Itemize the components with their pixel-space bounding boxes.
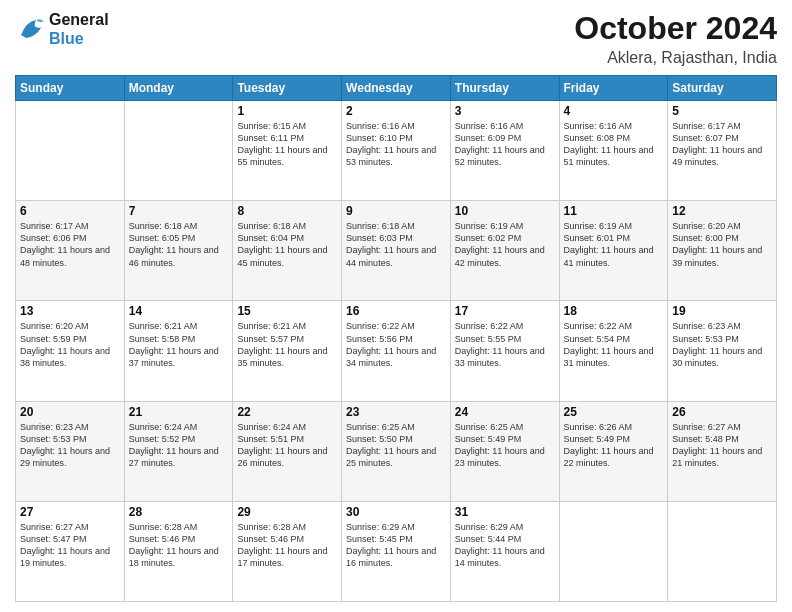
- cell-info: Sunrise: 6:25 AMSunset: 5:50 PMDaylight:…: [346, 421, 446, 470]
- cell-info: Sunrise: 6:23 AMSunset: 5:53 PMDaylight:…: [672, 320, 772, 369]
- calendar-cell: 21Sunrise: 6:24 AMSunset: 5:52 PMDayligh…: [124, 401, 233, 501]
- calendar-cell: 9Sunrise: 6:18 AMSunset: 6:03 PMDaylight…: [342, 201, 451, 301]
- cell-info: Sunrise: 6:26 AMSunset: 5:49 PMDaylight:…: [564, 421, 664, 470]
- calendar-cell: 6Sunrise: 6:17 AMSunset: 6:06 PMDaylight…: [16, 201, 125, 301]
- calendar-cell: 27Sunrise: 6:27 AMSunset: 5:47 PMDayligh…: [16, 501, 125, 601]
- calendar-cell: 7Sunrise: 6:18 AMSunset: 6:05 PMDaylight…: [124, 201, 233, 301]
- calendar-week-4: 20Sunrise: 6:23 AMSunset: 5:53 PMDayligh…: [16, 401, 777, 501]
- day-number: 30: [346, 505, 446, 519]
- header-row: SundayMondayTuesdayWednesdayThursdayFrid…: [16, 76, 777, 101]
- day-number: 11: [564, 204, 664, 218]
- calendar-cell: 12Sunrise: 6:20 AMSunset: 6:00 PMDayligh…: [668, 201, 777, 301]
- cell-info: Sunrise: 6:21 AMSunset: 5:57 PMDaylight:…: [237, 320, 337, 369]
- cell-info: Sunrise: 6:22 AMSunset: 5:55 PMDaylight:…: [455, 320, 555, 369]
- cell-info: Sunrise: 6:25 AMSunset: 5:49 PMDaylight:…: [455, 421, 555, 470]
- cell-info: Sunrise: 6:28 AMSunset: 5:46 PMDaylight:…: [237, 521, 337, 570]
- cell-info: Sunrise: 6:20 AMSunset: 5:59 PMDaylight:…: [20, 320, 120, 369]
- day-number: 25: [564, 405, 664, 419]
- calendar-cell: 30Sunrise: 6:29 AMSunset: 5:45 PMDayligh…: [342, 501, 451, 601]
- calendar-cell: 16Sunrise: 6:22 AMSunset: 5:56 PMDayligh…: [342, 301, 451, 401]
- calendar-cell: 3Sunrise: 6:16 AMSunset: 6:09 PMDaylight…: [450, 101, 559, 201]
- calendar-cell: 28Sunrise: 6:28 AMSunset: 5:46 PMDayligh…: [124, 501, 233, 601]
- calendar-cell: 14Sunrise: 6:21 AMSunset: 5:58 PMDayligh…: [124, 301, 233, 401]
- cell-info: Sunrise: 6:21 AMSunset: 5:58 PMDaylight:…: [129, 320, 229, 369]
- cell-info: Sunrise: 6:16 AMSunset: 6:08 PMDaylight:…: [564, 120, 664, 169]
- calendar-header: SundayMondayTuesdayWednesdayThursdayFrid…: [16, 76, 777, 101]
- calendar-cell: 23Sunrise: 6:25 AMSunset: 5:50 PMDayligh…: [342, 401, 451, 501]
- calendar-table: SundayMondayTuesdayWednesdayThursdayFrid…: [15, 75, 777, 602]
- day-number: 8: [237, 204, 337, 218]
- header: General Blue October 2024 Aklera, Rajast…: [15, 10, 777, 67]
- day-number: 18: [564, 304, 664, 318]
- header-day-wednesday: Wednesday: [342, 76, 451, 101]
- day-number: 29: [237, 505, 337, 519]
- cell-info: Sunrise: 6:17 AMSunset: 6:07 PMDaylight:…: [672, 120, 772, 169]
- calendar-cell: 4Sunrise: 6:16 AMSunset: 6:08 PMDaylight…: [559, 101, 668, 201]
- day-number: 31: [455, 505, 555, 519]
- day-number: 4: [564, 104, 664, 118]
- calendar-cell: 19Sunrise: 6:23 AMSunset: 5:53 PMDayligh…: [668, 301, 777, 401]
- day-number: 26: [672, 405, 772, 419]
- calendar-cell: 10Sunrise: 6:19 AMSunset: 6:02 PMDayligh…: [450, 201, 559, 301]
- cell-info: Sunrise: 6:24 AMSunset: 5:51 PMDaylight:…: [237, 421, 337, 470]
- calendar-week-2: 6Sunrise: 6:17 AMSunset: 6:06 PMDaylight…: [16, 201, 777, 301]
- main-title: October 2024: [574, 10, 777, 47]
- calendar-cell: 26Sunrise: 6:27 AMSunset: 5:48 PMDayligh…: [668, 401, 777, 501]
- cell-info: Sunrise: 6:27 AMSunset: 5:48 PMDaylight:…: [672, 421, 772, 470]
- cell-info: Sunrise: 6:19 AMSunset: 6:02 PMDaylight:…: [455, 220, 555, 269]
- cell-info: Sunrise: 6:23 AMSunset: 5:53 PMDaylight:…: [20, 421, 120, 470]
- cell-info: Sunrise: 6:18 AMSunset: 6:05 PMDaylight:…: [129, 220, 229, 269]
- calendar-cell: [668, 501, 777, 601]
- day-number: 1: [237, 104, 337, 118]
- title-block: October 2024 Aklera, Rajasthan, India: [574, 10, 777, 67]
- day-number: 13: [20, 304, 120, 318]
- calendar-cell: 29Sunrise: 6:28 AMSunset: 5:46 PMDayligh…: [233, 501, 342, 601]
- page: General Blue October 2024 Aklera, Rajast…: [0, 0, 792, 612]
- cell-info: Sunrise: 6:15 AMSunset: 6:11 PMDaylight:…: [237, 120, 337, 169]
- logo-text: General Blue: [49, 10, 109, 48]
- calendar-week-3: 13Sunrise: 6:20 AMSunset: 5:59 PMDayligh…: [16, 301, 777, 401]
- calendar-cell: 25Sunrise: 6:26 AMSunset: 5:49 PMDayligh…: [559, 401, 668, 501]
- calendar-cell: 24Sunrise: 6:25 AMSunset: 5:49 PMDayligh…: [450, 401, 559, 501]
- day-number: 23: [346, 405, 446, 419]
- day-number: 21: [129, 405, 229, 419]
- day-number: 3: [455, 104, 555, 118]
- header-day-friday: Friday: [559, 76, 668, 101]
- calendar-body: 1Sunrise: 6:15 AMSunset: 6:11 PMDaylight…: [16, 101, 777, 602]
- day-number: 12: [672, 204, 772, 218]
- calendar-cell: 2Sunrise: 6:16 AMSunset: 6:10 PMDaylight…: [342, 101, 451, 201]
- day-number: 10: [455, 204, 555, 218]
- calendar-cell: 18Sunrise: 6:22 AMSunset: 5:54 PMDayligh…: [559, 301, 668, 401]
- header-day-tuesday: Tuesday: [233, 76, 342, 101]
- day-number: 22: [237, 405, 337, 419]
- header-day-thursday: Thursday: [450, 76, 559, 101]
- calendar-cell: 13Sunrise: 6:20 AMSunset: 5:59 PMDayligh…: [16, 301, 125, 401]
- day-number: 7: [129, 204, 229, 218]
- calendar-cell: 22Sunrise: 6:24 AMSunset: 5:51 PMDayligh…: [233, 401, 342, 501]
- calendar-cell: [559, 501, 668, 601]
- calendar-cell: 8Sunrise: 6:18 AMSunset: 6:04 PMDaylight…: [233, 201, 342, 301]
- day-number: 27: [20, 505, 120, 519]
- day-number: 17: [455, 304, 555, 318]
- calendar-cell: 31Sunrise: 6:29 AMSunset: 5:44 PMDayligh…: [450, 501, 559, 601]
- cell-info: Sunrise: 6:27 AMSunset: 5:47 PMDaylight:…: [20, 521, 120, 570]
- calendar-cell: 5Sunrise: 6:17 AMSunset: 6:07 PMDaylight…: [668, 101, 777, 201]
- day-number: 19: [672, 304, 772, 318]
- calendar-cell: 11Sunrise: 6:19 AMSunset: 6:01 PMDayligh…: [559, 201, 668, 301]
- cell-info: Sunrise: 6:19 AMSunset: 6:01 PMDaylight:…: [564, 220, 664, 269]
- day-number: 15: [237, 304, 337, 318]
- day-number: 5: [672, 104, 772, 118]
- day-number: 2: [346, 104, 446, 118]
- calendar-cell: 20Sunrise: 6:23 AMSunset: 5:53 PMDayligh…: [16, 401, 125, 501]
- cell-info: Sunrise: 6:28 AMSunset: 5:46 PMDaylight:…: [129, 521, 229, 570]
- cell-info: Sunrise: 6:16 AMSunset: 6:09 PMDaylight:…: [455, 120, 555, 169]
- header-day-monday: Monday: [124, 76, 233, 101]
- cell-info: Sunrise: 6:22 AMSunset: 5:56 PMDaylight:…: [346, 320, 446, 369]
- header-day-sunday: Sunday: [16, 76, 125, 101]
- cell-info: Sunrise: 6:29 AMSunset: 5:44 PMDaylight:…: [455, 521, 555, 570]
- cell-info: Sunrise: 6:20 AMSunset: 6:00 PMDaylight:…: [672, 220, 772, 269]
- day-number: 9: [346, 204, 446, 218]
- logo: General Blue: [15, 10, 109, 48]
- calendar-cell: 17Sunrise: 6:22 AMSunset: 5:55 PMDayligh…: [450, 301, 559, 401]
- calendar-cell: [124, 101, 233, 201]
